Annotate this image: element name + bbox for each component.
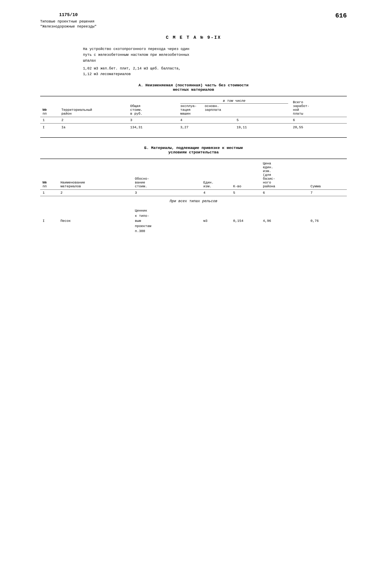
title-block: С М Е Т А № 9-IX [40,35,347,40]
subtitle2: "Железнодорожные переезды" [40,24,97,29]
section-a-label: А. Неизменяемая (постоянная) часть без с… [40,83,347,92]
table-a-header: №№пп Территориальныйрайон Общаястоим.в р… [40,97,347,117]
b-num-col-6: 6 [260,190,308,196]
table-a-container: №№пп Территориальныйрайон Общаястоим.в р… [40,96,347,138]
b-row1-kvo: 0,154 [231,206,260,236]
subsection-title: При всех типах рельсов [40,196,347,206]
table-b-row-1: I Песок Ценник к типо- вым проектам п.30… [40,206,347,236]
doc-number: 1175/10 [40,12,97,18]
b-num-col-5: 5 [231,190,260,196]
num-col-2: 2 [59,117,128,124]
desc-line2: путь с железобетонным настилом при желез… [83,52,304,58]
b-row1-summa: 0,76 [308,206,347,236]
col-vtomchisle-header: в том числе эксплуа-тациямашин основн.за… [178,97,291,117]
desc-line5: 1,12 м3 лесоматериалов [83,71,304,77]
b-num-col-4: 4 [201,190,231,196]
table-b-subsection-row: При всех типах рельсов [40,196,347,206]
b-num-col-7: 7 [308,190,347,196]
row1-zarplata: 19,11 [234,124,290,131]
col-stoimost-header: Общаястоим.в руб. [128,97,178,117]
table-a-header-row: №№пп Территориальныйрайон Общаястоим.в р… [40,97,347,117]
desc-line3: шпалах [83,58,304,64]
b-num-col-1: 1 [40,190,58,196]
col-vsego-header: Всегозаработ-нойплаты [291,97,347,117]
b-row1-cena: 4,96 [260,206,308,236]
page-header: 1175/10 Типовые проектные решения "Желез… [40,12,347,29]
desc-line1: На устройство скотопрогонного перехода ч… [83,46,304,52]
b-row1-edinizm: м3 [201,206,231,236]
b-col-name-header: Наименованиематериалов [58,160,132,190]
b-col-obosno-header: Обосно-ваниестоим. [132,160,201,190]
b-col-edinizm-header: Един.изм. [201,160,231,190]
row1-expluatacia: 3,27 [178,124,234,131]
table-b-container: №№пп Наименованиематериалов Обосно-вание… [40,159,347,236]
table-a-body: 1 2 3 4 5 6 I Iа 134,31 3,27 19,11 20,55 [40,117,347,131]
col-zarplata-header: основн.зарплата [205,104,221,116]
section-a-heading: А. Неизменяемая (постоянная) часть без с… [40,83,347,87]
header-left: 1175/10 Типовые проектные решения "Желез… [40,12,97,29]
b-row1-num: I [40,206,58,236]
section-b-heading2: условиям строительства [40,150,347,155]
row1-territory: Iа [59,124,128,131]
b-row1-obosno: Ценник к типо- вым проектам п.300 [132,206,201,236]
row1-stoimost: 134,31 [128,124,178,131]
b-col-cena-header: Ценаедин.изм.(длябазис-ногорайона [260,160,308,190]
table-a: №№пп Территориальныйрайон Общаястоим.в р… [40,97,347,131]
b-num-col-3: 3 [132,190,201,196]
col-expluatacia-header: эксплуа-тациямашин [180,104,197,116]
section-a-heading2: местных материалов [40,87,347,92]
smeta-title: С М Е Т А № 9-IX [40,35,347,40]
b-num-col-2: 2 [58,190,132,196]
table-b-header-row: №№пп Наименованиематериалов Обосно-вание… [40,160,347,190]
row1-num: I [40,124,59,131]
subtitle1: Типовые проектные решения [40,19,97,24]
num-col-6: 6 [291,117,347,124]
num-col-1: 1 [40,117,59,124]
num-col-4: 4 [178,117,234,124]
b-col-kvo-header: К-во [231,160,260,190]
table-b-header: №№пп Наименованиематериалов Обосно-вание… [40,160,347,190]
description: На устройство скотопрогонного перехода ч… [83,46,304,77]
table-b: №№пп Наименованиематериалов Обосно-вание… [40,160,347,236]
row1-vsego: 20,55 [291,124,347,131]
table-b-numbers-row: 1 2 3 4 5 6 7 [40,190,347,196]
table-b-body: 1 2 3 4 5 6 7 При всех типах рельсов I П… [40,190,347,236]
page-number: 616 [335,12,347,20]
num-col-5: 5 [234,117,290,124]
b-col-num-header: №№пп [40,160,58,190]
section-b-heading: Б. Материалы, подлежащие привязке к мест… [40,146,347,150]
section-b-label: Б. Материалы, подлежащие привязке к мест… [40,146,347,155]
b-row1-name: Песок [58,206,132,236]
table-a-numbers-row: 1 2 3 4 5 6 [40,117,347,124]
desc-line4: 1,02 м3 жел.бет. плит, 2,14 м3 щеб. балл… [83,66,304,71]
b-col-summa-header: Сумма [308,160,347,190]
num-col-3: 3 [128,117,178,124]
col-num-header: №№пп [40,97,59,117]
col-territory-header: Территориальныйрайон [59,97,128,117]
table-a-row-1: I Iа 134,31 3,27 19,11 20,55 [40,124,347,131]
